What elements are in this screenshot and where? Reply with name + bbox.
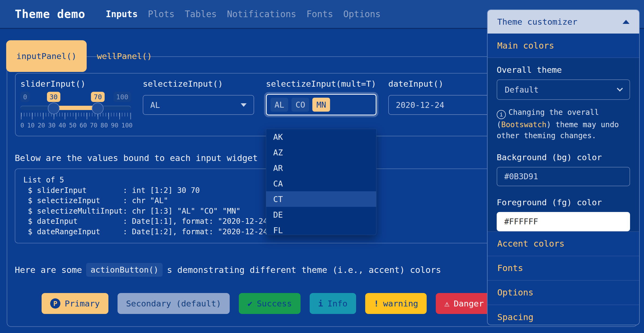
scale-tick-label: 50 xyxy=(69,122,76,129)
values-heading: Below are the values bound to each input… xyxy=(15,153,258,163)
bg-color-input[interactable] xyxy=(497,167,630,186)
date-value: 2020-12-24 xyxy=(396,100,486,110)
overall-theme-select[interactable]: Default xyxy=(497,79,630,100)
slider-input-group: sliderInput() 0 30 70 100 0 10 20 30 40 … xyxy=(20,79,131,136)
info-icon: i xyxy=(318,299,323,308)
success-button[interactable]: ✔ Success xyxy=(239,293,300,314)
slider-handle-low[interactable] xyxy=(48,103,60,114)
multi-selectize-label: selectizeInput(mult=T) xyxy=(266,79,376,89)
selected-tag[interactable]: AL xyxy=(270,98,288,112)
scale-tick-label: 100 xyxy=(121,122,133,129)
nav-item-plots[interactable]: Plots xyxy=(148,9,174,19)
danger-button[interactable]: ⚠ Danger xyxy=(436,293,492,314)
multi-selectize-dropdown: AK AZ AR CA CT DE FL xyxy=(266,129,376,235)
scale-tick-label: 80 xyxy=(100,122,108,129)
bootswatch-note: iChanging the overall (Bootswatch) theme… xyxy=(497,107,630,141)
secondary-button[interactable]: Secondary (default) xyxy=(118,293,230,314)
button-label: Danger xyxy=(454,299,484,308)
section-options[interactable]: Options xyxy=(488,281,639,305)
button-label: Secondary (default) xyxy=(126,299,221,308)
date-input[interactable]: 2020-12-24 xyxy=(388,95,493,115)
bootswatch-link[interactable]: Bootswatch xyxy=(501,120,547,129)
collapse-caret-icon[interactable] xyxy=(623,20,630,24)
scale-tick-label: 70 xyxy=(90,122,97,129)
overall-theme-value: Default xyxy=(505,85,618,94)
section-accent-colors[interactable]: Accent colors xyxy=(488,232,639,256)
selectize-value: AL xyxy=(150,100,241,110)
slider-major-ticks xyxy=(21,113,131,119)
date-label: dateInput() xyxy=(388,79,493,89)
info-button[interactable]: i Info xyxy=(310,293,356,314)
nav-item-notifications[interactable]: Notifications xyxy=(227,9,296,19)
selected-tag-active[interactable]: MN xyxy=(312,98,330,112)
scale-tick-label: 30 xyxy=(48,122,56,129)
theme-customizer-panel: Theme customizer Main colors Overall the… xyxy=(487,9,640,325)
warning-button[interactable]: ! warning xyxy=(365,293,427,314)
nav-item-inputs[interactable]: Inputs xyxy=(106,9,138,19)
check-icon: ✔ xyxy=(247,299,253,308)
dropdown-option[interactable]: DE xyxy=(266,207,376,222)
actions-heading-post: s demonstrating different theme (i.e., a… xyxy=(167,265,441,275)
fg-color-label: Foreground (fg) color xyxy=(497,197,630,207)
warning-triangle-icon: ⚠ xyxy=(444,299,449,308)
slider-max-label: 100 xyxy=(114,92,131,102)
dropdown-option[interactable]: AK xyxy=(266,129,376,145)
scale-tick-label: 90 xyxy=(111,122,118,129)
button-label: Success xyxy=(257,299,292,308)
section-spacing[interactable]: Spacing xyxy=(488,305,639,325)
main-colors-body: Overall theme Default iChanging the over… xyxy=(488,58,639,232)
dropdown-option[interactable]: CA xyxy=(266,176,376,191)
multi-selectize-input[interactable]: AL CO MN xyxy=(266,94,376,115)
selectize-input-group: selectizeInput() AL xyxy=(143,79,254,136)
exclamation-icon: ! xyxy=(374,299,379,308)
dropdown-option-highlighted[interactable]: CT xyxy=(266,191,376,207)
nav-item-tables[interactable]: Tables xyxy=(185,9,217,19)
slider-selected-range xyxy=(54,106,98,110)
fg-color-input[interactable] xyxy=(497,212,630,231)
tab-inputpanel[interactable]: inputPanel() xyxy=(6,40,87,72)
button-label: warning xyxy=(383,299,418,308)
primary-button[interactable]: P Primary xyxy=(42,293,108,314)
navbar-menu: Inputs Plots Tables Notifications Fonts … xyxy=(106,9,380,19)
scale-tick-label: 10 xyxy=(27,122,35,129)
actions-heading-pre: Here are some xyxy=(15,265,82,275)
slider-low-value: 30 xyxy=(47,92,60,102)
scale-tick-label: 20 xyxy=(38,122,45,129)
nav-item-options[interactable]: Options xyxy=(343,9,380,19)
tab-bar: inputPanel() wellPanel() xyxy=(6,40,162,72)
section-main-colors[interactable]: Main colors xyxy=(488,34,639,58)
bg-color-label: Background (bg) color xyxy=(497,152,630,162)
overall-theme-label: Overall theme xyxy=(497,65,630,75)
slider-widget: 0 30 70 100 0 10 20 30 40 50 60 70 80 xyxy=(20,92,131,137)
selectize-label: selectizeInput() xyxy=(143,79,254,89)
chevron-down-icon xyxy=(617,85,623,92)
selectize-input[interactable]: AL xyxy=(143,95,254,115)
selected-tag[interactable]: CO xyxy=(291,98,309,112)
customizer-header[interactable]: Theme customizer xyxy=(488,10,639,34)
slider-high-value: 70 xyxy=(91,92,104,102)
button-label: Primary xyxy=(65,299,100,308)
customizer-title: Theme customizer xyxy=(497,17,577,27)
app-brand: Theme demo xyxy=(15,8,85,21)
action-button-row: P Primary Secondary (default) ✔ Success … xyxy=(42,293,492,314)
section-fonts[interactable]: Fonts xyxy=(488,256,639,281)
multi-selectize-group: selectizeInput(mult=T) AL CO MN AK AZ AR… xyxy=(266,79,376,136)
actions-heading-code: actionButton() xyxy=(86,263,163,277)
scale-tick-label: 0 xyxy=(20,122,24,129)
scale-tick-label: 40 xyxy=(58,122,66,129)
info-circle-icon: i xyxy=(497,110,506,119)
p-circle-icon: P xyxy=(50,298,60,309)
dropdown-option[interactable]: AR xyxy=(266,160,376,176)
dropdown-option[interactable]: FL xyxy=(266,222,376,235)
dropdown-option[interactable]: AZ xyxy=(266,145,376,160)
scale-tick-label: 60 xyxy=(79,122,87,129)
caret-down-icon xyxy=(241,103,247,107)
slider-scale: 0 10 20 30 40 50 60 70 80 90 100 xyxy=(20,122,133,129)
slider-label: sliderInput() xyxy=(20,79,131,89)
actions-heading: Here are some actionButton() s demonstra… xyxy=(15,263,441,277)
nav-item-fonts[interactable]: Fonts xyxy=(306,9,333,19)
button-label: Info xyxy=(327,299,347,308)
tab-wellpanel[interactable]: wellPanel() xyxy=(87,40,162,72)
slider-min-label: 0 xyxy=(20,92,30,102)
date-input-group: dateInput() 2020-12-24 xyxy=(388,79,493,136)
